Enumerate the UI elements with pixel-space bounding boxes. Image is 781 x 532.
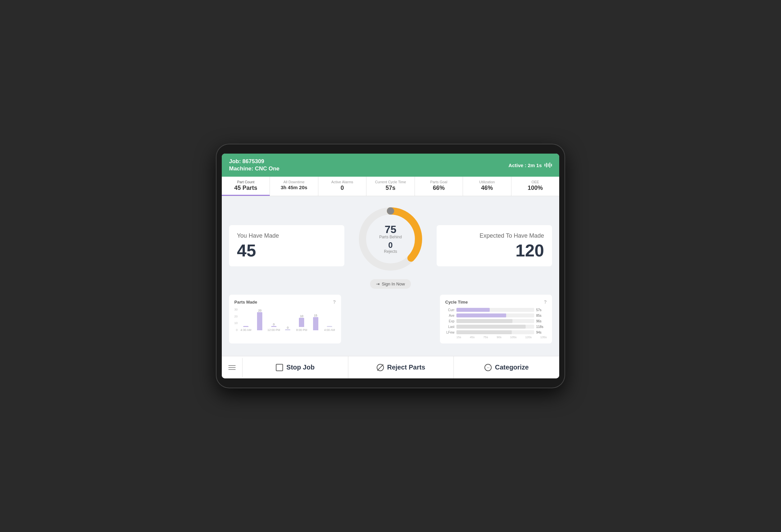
donut-center: 75 Parts Behind 0 Rejects	[379, 224, 402, 254]
cycle-val-curr: 57s	[536, 308, 547, 312]
cycle-bar-wrap-curr	[456, 308, 534, 312]
bar-item-5: 10 8:00 PM	[295, 315, 308, 332]
donut-rejects-value: 0	[379, 241, 402, 249]
menu-icon	[229, 365, 236, 370]
donut-rejects-label: Rejects	[379, 249, 402, 254]
donut-chart: 75 Parts Behind 0 Rejects ⇥ Sign In Now	[348, 203, 433, 289]
cycle-val-ave: 85s	[536, 314, 547, 318]
menu-line-3	[229, 369, 236, 370]
tablet-screen: Job: 8675309 Machine: CNC One Active : 2…	[222, 154, 559, 378]
stat-all-downtime[interactable]: All Downtime 3h 45m 20s	[270, 177, 318, 196]
cycle-bar-wrap-ave	[456, 314, 534, 318]
center-spacer	[344, 295, 437, 343]
header: Job: 8675309 Machine: CNC One Active : 2…	[222, 154, 559, 177]
stat-label-downtime: All Downtime	[274, 180, 314, 184]
bar-time-5: 8:00 PM	[296, 328, 307, 332]
bar-3	[271, 326, 277, 327]
stat-oee[interactable]: OEE 100%	[511, 177, 559, 196]
stat-value-goal: 66%	[419, 185, 459, 192]
parts-made-help-icon[interactable]: ?	[333, 299, 336, 304]
status-text: Active : 2m 1s	[508, 163, 542, 168]
bar-item-7: 4:00 AM	[323, 326, 336, 332]
sign-in-button[interactable]: ⇥ Sign In Now	[370, 279, 411, 289]
status-indicator: Active : 2m 1s	[508, 162, 552, 168]
bar-time-3: 12:00 PM	[268, 328, 280, 332]
y-label-20: 20	[234, 315, 238, 318]
svg-point-2	[387, 207, 394, 214]
stat-label-goal: Parts Goal	[419, 180, 459, 184]
bar-2	[257, 312, 262, 330]
donut-behind-value: 75	[379, 224, 402, 235]
stat-part-count[interactable]: Part Count 45 Parts	[222, 177, 270, 196]
metric-expected-label: Expected To Have Made	[445, 232, 544, 239]
action-bar: Stop Job Reject Parts Categorize	[222, 356, 559, 378]
stat-label-alarms: Active Alarms	[322, 180, 362, 184]
categorize-button[interactable]: Categorize	[454, 356, 559, 378]
stat-label-part-count: Part Count	[226, 180, 265, 184]
waveform-bar	[551, 164, 552, 166]
stat-label-oee: OEE	[516, 180, 555, 184]
cycle-label-exp: Exp	[445, 319, 454, 323]
reject-parts-label: Reject Parts	[387, 364, 425, 371]
bar-item-2: 20	[253, 309, 266, 332]
stat-parts-goal[interactable]: Parts Goal 66%	[415, 177, 463, 196]
cycle-label-last: Last	[445, 325, 454, 329]
cycle-row-exp: Exp 96s	[445, 319, 547, 323]
cycle-chart-rows: Curr 57s Ave 85s	[445, 308, 547, 334]
stat-value-util: 46%	[467, 185, 507, 192]
menu-button[interactable]	[222, 358, 243, 377]
sign-in-label: Sign In Now	[382, 282, 405, 286]
cycle-label-lfew: LFew	[445, 331, 454, 334]
stat-active-alarms[interactable]: Active Alarms 0	[318, 177, 366, 196]
y-label-10: 10	[234, 321, 238, 325]
cycle-x-75: 75s	[483, 335, 488, 339]
cycle-x-axis: 15s 45s 75s 90s 105s 120s 135s	[445, 335, 547, 339]
bar-1	[243, 326, 248, 327]
tablet-device: Job: 8675309 Machine: CNC One Active : 2…	[216, 144, 565, 388]
cycle-bar-wrap-last	[456, 325, 534, 329]
cycle-time-label: Cycle Time	[445, 300, 467, 304]
bar-7	[327, 326, 332, 327]
bar-val-6: 15	[314, 314, 317, 317]
cycle-bar-lfew	[456, 330, 512, 334]
cycle-bar-exp	[456, 319, 512, 323]
main-content: You Have Made 45	[222, 196, 559, 356]
waveform-bar	[546, 163, 547, 167]
cycle-row-curr: Curr 57s	[445, 308, 547, 312]
stat-cycle-time[interactable]: Current Cycle Time 57s	[366, 177, 415, 196]
cycle-row-lfew: LFew 94s	[445, 330, 547, 334]
cycle-bar-wrap-lfew	[456, 330, 534, 334]
donut-behind-label: Parts Behind	[379, 235, 402, 239]
stat-value-part-count: 45 Parts	[226, 185, 265, 192]
bar-item-1: 4:30 AM	[240, 326, 252, 332]
bar-val-4: 0	[287, 326, 289, 329]
reject-parts-button[interactable]: Reject Parts	[348, 356, 454, 378]
cycle-label-curr: Curr	[445, 308, 454, 312]
stat-value-oee: 100%	[516, 185, 555, 192]
cycle-row-last: Last 118s	[445, 325, 547, 329]
charts-row: Parts Made ? 30 20 10 0	[229, 295, 552, 343]
cycle-x-15: 15s	[456, 335, 461, 339]
categorize-label: Categorize	[495, 364, 529, 371]
cycle-x-45: 45s	[470, 335, 475, 339]
stat-value-downtime: 3h 45m 20s	[274, 185, 314, 190]
parts-made-label: Parts Made	[234, 300, 257, 304]
cycle-val-exp: 96s	[536, 319, 547, 323]
cycle-x-105: 105s	[510, 335, 517, 339]
bar-chart-area: 4:30 AM 20 0 12:00 PM	[240, 308, 336, 332]
stop-job-button[interactable]: Stop Job	[243, 356, 348, 378]
cycle-time-help-icon[interactable]: ?	[544, 299, 547, 304]
stat-utilization[interactable]: Utilization 46%	[463, 177, 511, 196]
categorize-icon	[484, 364, 492, 371]
stat-value-cycle: 57s	[370, 185, 410, 192]
waveform-bar	[548, 163, 549, 167]
metrics-row: You Have Made 45	[229, 203, 552, 289]
machine-title: Machine: CNC One	[229, 165, 280, 172]
menu-line-1	[229, 365, 236, 366]
cycle-time-title: Cycle Time ?	[445, 299, 547, 304]
y-label-30: 30	[234, 308, 238, 311]
stat-label-util: Utilization	[467, 180, 507, 184]
sign-in-icon: ⇥	[376, 282, 380, 286]
cycle-x-120: 120s	[525, 335, 532, 339]
parts-made-chart: Parts Made ? 30 20 10 0	[229, 295, 341, 343]
